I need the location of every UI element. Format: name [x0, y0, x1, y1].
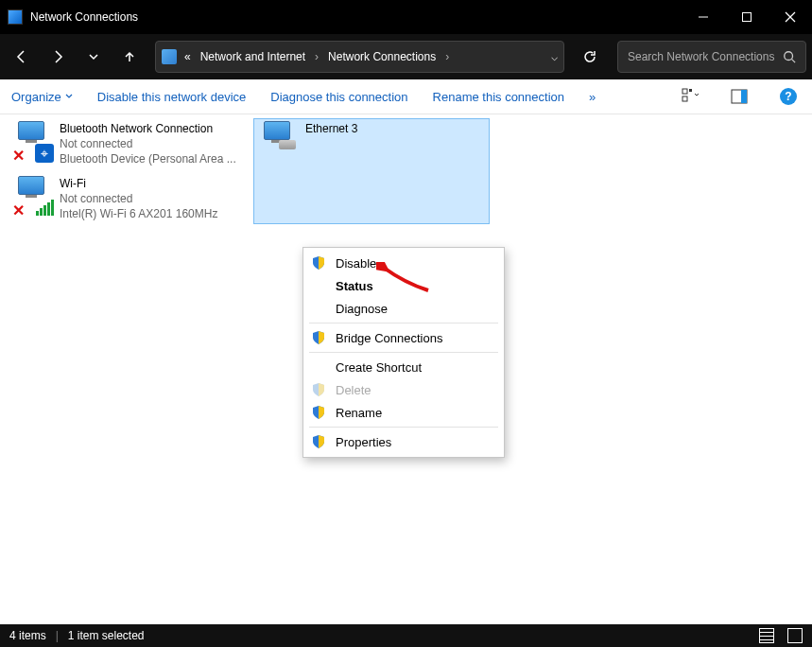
back-button[interactable]: [6, 41, 38, 73]
disconnected-icon: ✕: [12, 204, 26, 218]
svg-rect-6: [682, 89, 687, 94]
command-bar: Organize Disable this network device Dia…: [0, 79, 812, 114]
rename-connection-button[interactable]: Rename this connection: [433, 90, 564, 104]
diagnose-connection-button[interactable]: Diagnose this connection: [270, 90, 407, 104]
network-adapter-icon: ✕ ⌖: [12, 121, 54, 163]
window-title: Network Connections: [30, 10, 682, 24]
svg-rect-10: [741, 90, 747, 103]
menu-item-rename[interactable]: Rename: [303, 401, 504, 424]
menu-item-disable[interactable]: Disable: [303, 252, 504, 274]
chevron-right-icon[interactable]: ›: [443, 50, 451, 63]
help-button[interactable]: ?: [776, 84, 801, 109]
chevron-down-icon: [65, 93, 73, 100]
connection-device: Intel(R) Wi-Fi 6 AX201 160MHz: [60, 206, 239, 221]
menu-separator: [309, 352, 498, 353]
organize-menu[interactable]: Organize: [11, 90, 73, 104]
breadcrumb-prefix: «: [182, 50, 193, 63]
menu-item-bridge[interactable]: Bridge Connections: [303, 326, 504, 349]
svg-rect-1: [743, 13, 752, 22]
menu-item-properties[interactable]: Properties: [303, 430, 504, 453]
status-bar: 4 items | 1 item selected: [0, 624, 812, 647]
menu-item-diagnose[interactable]: Diagnose: [303, 297, 504, 320]
connection-name: Wi-Fi: [60, 176, 239, 191]
breadcrumb-level2[interactable]: Network Connections: [326, 50, 438, 63]
context-menu: Disable Status Diagnose Bridge Connectio…: [302, 247, 505, 458]
breadcrumb-level1[interactable]: Network and Internet: [199, 50, 307, 63]
disconnected-icon: ✕: [12, 149, 26, 163]
network-adapter-icon: ✕: [12, 176, 54, 218]
connection-item-bluetooth[interactable]: ✕ ⌖ Bluetooth Network Connection Not con…: [8, 118, 244, 169]
minimize-button[interactable]: [682, 0, 725, 34]
refresh-button[interactable]: [574, 41, 606, 73]
close-button[interactable]: [769, 0, 812, 34]
network-adapter-icon: [258, 121, 300, 163]
bluetooth-icon: ⌖: [35, 144, 54, 163]
search-box[interactable]: Search Network Connections: [617, 41, 806, 73]
menu-separator: [309, 427, 498, 428]
maximize-button[interactable]: [725, 0, 769, 34]
connection-status: Not connected: [60, 136, 239, 151]
titlebar: Network Connections: [0, 0, 812, 34]
address-bar[interactable]: « Network and Internet › Network Connect…: [155, 41, 564, 73]
up-button[interactable]: [113, 41, 146, 73]
menu-item-shortcut[interactable]: Create Shortcut: [303, 356, 504, 378]
svg-line-5: [792, 60, 796, 63]
forward-button[interactable]: [42, 41, 74, 73]
app-icon: [8, 9, 23, 25]
search-icon: [783, 50, 796, 63]
view-options-button[interactable]: [678, 84, 702, 109]
selection-count: 1 item selected: [68, 629, 145, 642]
svg-rect-7: [689, 89, 692, 92]
connection-item-wifi[interactable]: ✕ Wi-Fi Not connected Intel(R) Wi-Fi 6 A…: [8, 173, 244, 224]
menu-item-delete: Delete: [303, 378, 504, 401]
location-icon: [162, 49, 177, 64]
content-area: ✕ ⌖ Bluetooth Network Connection Not con…: [0, 114, 812, 624]
more-commands-button[interactable]: »: [589, 90, 596, 104]
recent-locations-button[interactable]: [78, 41, 110, 73]
status-divider: |: [56, 629, 59, 642]
svg-point-4: [785, 52, 793, 61]
help-icon: ?: [780, 88, 797, 105]
disable-device-button[interactable]: Disable this network device: [97, 90, 247, 104]
connection-name: Ethernet 3: [305, 121, 485, 136]
item-count: 4 items: [9, 629, 46, 642]
connection-status: Not connected: [60, 191, 239, 206]
connection-device: Bluetooth Device (Personal Area ...: [60, 151, 239, 166]
connection-item-ethernet[interactable]: Ethernet 3: [253, 118, 490, 224]
preview-pane-button[interactable]: [727, 84, 752, 109]
address-dropdown-icon[interactable]: ⌵: [551, 50, 558, 63]
navbar: « Network and Internet › Network Connect…: [0, 34, 812, 79]
wifi-signal-icon: [36, 200, 54, 216]
menu-separator: [309, 323, 498, 324]
tiles-view-button[interactable]: [787, 628, 803, 643]
search-placeholder: Search Network Connections: [628, 50, 783, 63]
svg-rect-8: [682, 96, 687, 101]
menu-item-status[interactable]: Status: [303, 274, 504, 297]
details-view-button[interactable]: [759, 628, 774, 643]
connection-name: Bluetooth Network Connection: [60, 121, 239, 136]
chevron-right-icon[interactable]: ›: [313, 50, 320, 63]
